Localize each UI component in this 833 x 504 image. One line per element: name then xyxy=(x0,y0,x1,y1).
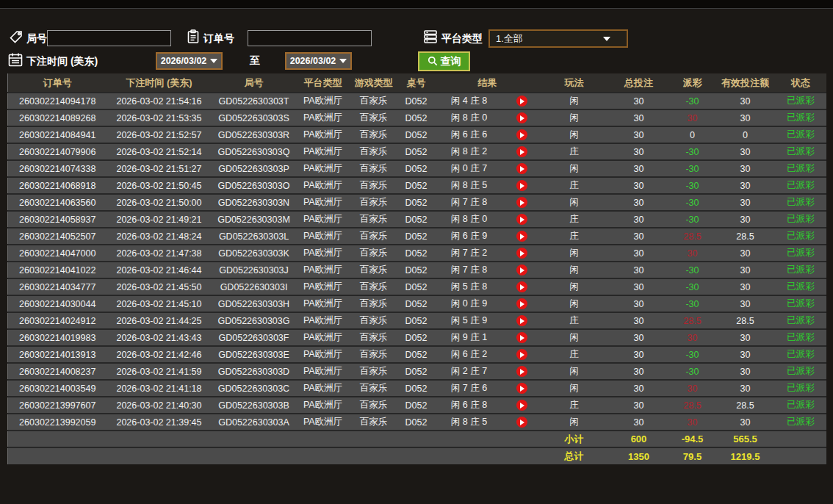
cell-payout: -30 xyxy=(670,194,715,211)
play-video-icon[interactable] xyxy=(516,112,527,123)
cell-order-id: 260302214058937 xyxy=(8,211,107,228)
cell-status: 已派彩 xyxy=(776,143,826,160)
cell-total-bet: 30 xyxy=(608,126,670,143)
cell-total-bet: 30 xyxy=(608,194,670,211)
cell-platform: PA欧洲厅 xyxy=(297,397,350,414)
play-video-icon[interactable] xyxy=(516,96,527,107)
table-row: 260302214034777 2026-03-02 21:45:50 GD05… xyxy=(8,278,826,295)
play-video-icon[interactable] xyxy=(516,264,527,276)
cell-result: 闲 6 庄 9 xyxy=(435,228,504,245)
cell-round-id: GD0522630303F xyxy=(212,329,297,346)
cell-game-type: 百家乐 xyxy=(350,194,398,211)
cell-valid-bet: 30 xyxy=(715,93,776,109)
order-id-input[interactable] xyxy=(248,30,372,46)
cell-result: 闲 6 庄 2 xyxy=(435,346,504,363)
play-video-icon[interactable] xyxy=(516,298,527,309)
play-video-icon[interactable] xyxy=(516,400,527,411)
table-body: 260302214094178 2026-03-02 21:54:16 GD05… xyxy=(8,93,826,431)
cell-total-bet: 30 xyxy=(608,109,670,126)
cell-payout: 30 xyxy=(670,329,715,346)
play-video-icon[interactable] xyxy=(516,197,527,208)
cell-order-id: 260302214013913 xyxy=(8,346,107,363)
header-game-type: 游戏类型 xyxy=(350,73,398,93)
cell-payout: -30 xyxy=(670,363,715,380)
subtotal-label: 小计 xyxy=(541,431,608,447)
platform-type-select[interactable]: 1.全部 xyxy=(488,29,628,48)
date-range-to-label: 至 xyxy=(250,54,260,68)
cell-round-id: GD0522630303B xyxy=(212,397,297,414)
query-button-label: 查询 xyxy=(441,55,461,68)
cell-table-no: D052 xyxy=(398,346,435,363)
cell-payout: -30 xyxy=(670,211,715,228)
cell-platform: PA欧洲厅 xyxy=(297,160,350,177)
cell-round-id: GD0522630303I xyxy=(212,278,297,295)
play-video-icon[interactable] xyxy=(516,214,527,225)
platform-type-label: 平台类型 xyxy=(441,32,483,46)
table-row: 260302213992059 2026-03-02 21:39:45 GD05… xyxy=(8,414,826,431)
cell-valid-bet: 30 xyxy=(715,329,776,346)
play-video-icon[interactable] xyxy=(516,281,527,292)
cell-game-type: 百家乐 xyxy=(350,397,398,414)
cell-result: 闲 8 庄 2 xyxy=(435,143,504,160)
cell-payout: -30 xyxy=(670,160,715,177)
total-payout: 79.5 xyxy=(670,447,715,464)
cell-bet-time: 2026-03-02 21:43:43 xyxy=(107,329,212,346)
cell-play-type: 闲 xyxy=(541,329,608,346)
cell-result: 闲 2 庄 7 xyxy=(435,363,504,380)
cell-order-id: 260302214068918 xyxy=(8,177,107,194)
cell-result: 闲 5 庄 8 xyxy=(435,278,504,295)
play-video-icon[interactable] xyxy=(516,231,527,242)
date-from-picker[interactable]: 2026/03/02 xyxy=(156,52,223,70)
play-video-icon[interactable] xyxy=(516,315,527,326)
play-video-icon[interactable] xyxy=(516,417,527,428)
cell-round-id: GD0522630303T xyxy=(212,93,297,109)
cell-play-type: 闲 xyxy=(541,126,608,143)
cell-result: 闲 8 庄 5 xyxy=(435,414,504,431)
cell-play-type: 闲 xyxy=(541,194,608,211)
play-video-icon[interactable] xyxy=(516,180,527,191)
header-bet-time: 下注时间 (美东) xyxy=(107,73,212,93)
cell-valid-bet: 30 xyxy=(715,380,776,397)
cell-round-id: GD0522630303G xyxy=(212,312,297,329)
bet-history-table: 订单号 下注时间 (美东) 局号 平台类型 游戏类型 桌号 结果 玩法 总投注 … xyxy=(7,73,826,464)
cell-game-type: 百家乐 xyxy=(350,93,398,109)
cell-bet-time: 2026-03-02 21:52:57 xyxy=(107,126,212,143)
cell-game-type: 百家乐 xyxy=(350,126,398,143)
cell-bet-time: 2026-03-02 21:47:38 xyxy=(107,245,212,262)
play-video-icon[interactable] xyxy=(516,366,527,377)
play-video-icon[interactable] xyxy=(516,248,527,259)
cell-platform: PA欧洲厅 xyxy=(297,278,350,295)
cell-table-no: D052 xyxy=(398,194,435,211)
play-video-icon[interactable] xyxy=(516,129,527,140)
play-video-icon[interactable] xyxy=(516,163,527,174)
header-play-type: 玩法 xyxy=(541,73,608,93)
cell-round-id: GD0522630303J xyxy=(212,262,297,278)
round-id-input[interactable] xyxy=(47,30,171,46)
cell-order-id: 260302214003549 xyxy=(8,380,107,397)
cell-total-bet: 30 xyxy=(608,93,670,109)
cell-order-id: 260302214052507 xyxy=(8,228,107,245)
query-button[interactable]: 查询 xyxy=(418,51,470,71)
header-total-bet: 总投注 xyxy=(608,73,670,93)
cell-order-id: 260302214094178 xyxy=(8,93,107,109)
cell-game-type: 百家乐 xyxy=(350,160,398,177)
cell-platform: PA欧洲厅 xyxy=(297,363,350,380)
cell-order-id: 260302214034777 xyxy=(8,278,107,295)
cell-platform: PA欧洲厅 xyxy=(297,312,350,329)
cell-game-type: 百家乐 xyxy=(350,143,398,160)
table-header-row: 订单号 下注时间 (美东) 局号 平台类型 游戏类型 桌号 结果 玩法 总投注 … xyxy=(8,73,826,93)
play-video-icon[interactable] xyxy=(516,349,527,360)
cell-play-video xyxy=(504,397,541,414)
cell-total-bet: 30 xyxy=(608,397,670,414)
cell-order-id: 260302214079906 xyxy=(8,143,107,160)
cell-valid-bet: 28.5 xyxy=(715,312,776,329)
cell-round-id: GD0522630303A xyxy=(212,414,297,431)
play-video-icon[interactable] xyxy=(516,383,527,394)
cell-bet-time: 2026-03-02 21:42:46 xyxy=(107,346,212,363)
top-divider xyxy=(0,0,833,9)
date-to-picker[interactable]: 2026/03/02 xyxy=(285,52,352,70)
play-video-icon[interactable] xyxy=(516,146,527,157)
cell-total-bet: 30 xyxy=(608,245,670,262)
play-video-icon[interactable] xyxy=(516,332,527,343)
cell-bet-time: 2026-03-02 21:40:30 xyxy=(107,397,212,414)
